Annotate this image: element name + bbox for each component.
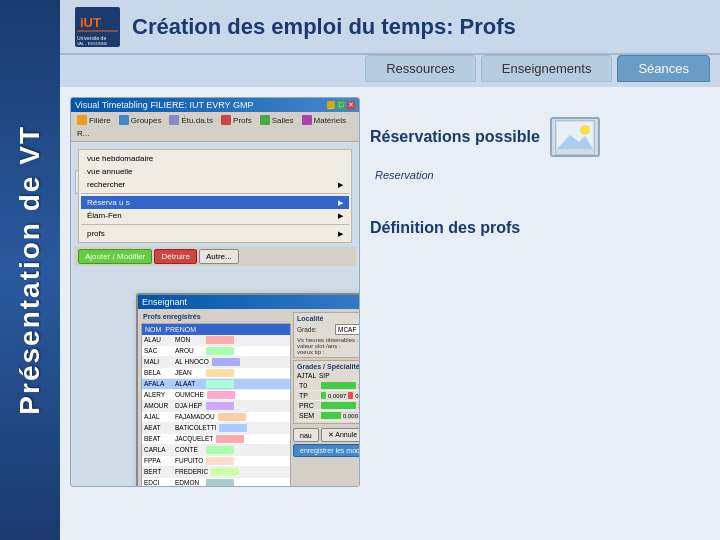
profs-table: NOM PRENOM ALAUMON SACAROU MALIAL HNOCO …: [141, 323, 291, 487]
maximize-btn[interactable]: □: [337, 101, 345, 109]
table-row[interactable]: ALERYOUMCHE: [142, 390, 290, 401]
localite-section: Localité Grade: Vs heures obtenables : v…: [293, 312, 360, 358]
toolbar-etudiants[interactable]: Étu.da.ts: [166, 114, 216, 126]
grade-val-t0-1: 1.0000: [358, 383, 360, 389]
other-button[interactable]: Autre...: [199, 249, 239, 264]
tab-seances[interactable]: Séances: [617, 55, 710, 82]
grade-cell-sem: SEM: [299, 412, 319, 419]
menu-arrow-icon: ▶: [338, 181, 343, 189]
toolbar-profs[interactable]: Profs: [218, 114, 255, 126]
toolbar-groupes[interactable]: Groupes: [116, 114, 165, 126]
dialog-titlebar: Enseignant _ □ ✕: [138, 295, 360, 309]
table-row[interactable]: AFALAALAAT: [142, 379, 290, 390]
menu-elam-fen-label: Élam-Fen: [87, 211, 122, 220]
grade-bar-tp-ajtal: [321, 392, 326, 399]
menu-rechercher[interactable]: rechercher ▶: [81, 178, 349, 191]
reservations-info: Réservations possible: [370, 117, 710, 157]
grade-cell-tp: TP: [299, 392, 319, 399]
menu-vue-hebdo[interactable]: vue hebdomadaire: [81, 152, 349, 165]
header: iUT Universite de VAL - ESSONNE Création…: [60, 0, 720, 55]
table-row[interactable]: EDCIEDMON: [142, 478, 290, 487]
svg-text:iUT: iUT: [80, 15, 101, 30]
grade-cell-t0: T0: [299, 382, 319, 389]
grade-row-tp: TP 0.0097 0.0000: [297, 391, 360, 401]
main-content: iUT Universite de VAL - ESSONNE Création…: [60, 0, 720, 540]
toolbar-salles[interactable]: Salles: [257, 114, 297, 126]
menu-reservations-label: Réserva u s: [87, 198, 130, 207]
left-banner-text: Présentation de VT: [14, 125, 46, 415]
menu-elam-fen[interactable]: Élam-Fen ▶: [81, 209, 349, 222]
screenshot-panel: Visual Timetabling FILIERE: IUT EVRY GMP…: [70, 97, 360, 487]
col-prenom: PRENOM: [165, 326, 196, 333]
content-area: Visual Timetabling FILIERE: IUT EVRY GMP…: [60, 87, 720, 517]
toolbar-more[interactable]: R...: [74, 128, 92, 139]
svg-text:VAL - ESSONNE: VAL - ESSONNE: [77, 41, 108, 46]
menu-vue-annuelle[interactable]: vue annuelle: [81, 165, 349, 178]
table-row[interactable]: CARLACONTE: [142, 445, 290, 456]
nau-btn[interactable]: nau: [293, 428, 319, 442]
table-row[interactable]: FPPAFUPUITO: [142, 456, 290, 467]
delete-button[interactable]: Détruire: [154, 249, 196, 264]
window-titlebar: Visual Timetabling FILIERE: IUT EVRY GMP…: [71, 98, 359, 112]
reservation-label-text: Reservation: [375, 165, 710, 183]
minimize-btn[interactable]: _: [327, 101, 335, 109]
enregistrer-btn[interactable]: enregistrer les modifs: [293, 444, 360, 457]
table-row[interactable]: MALIAL HNOCO: [142, 357, 290, 368]
voeux-note: voeux tip :: [297, 349, 360, 355]
context-menu: vue hebdomadaire vue annuelle rechercher…: [78, 149, 352, 243]
menu-reservations-arrow: ▶: [338, 199, 343, 207]
table-row[interactable]: BERTFREDERIC: [142, 467, 290, 478]
annule-btn[interactable]: ✕ Annule: [321, 428, 360, 442]
dialog-action-buttons: nau ✕ Annule vu qu.île (prof) enregistre…: [293, 428, 360, 457]
menu-rechercher-label: rechercher: [87, 180, 125, 189]
action-buttons: Ajouter / Modifier Détruire Autre...: [74, 247, 356, 266]
window-toolbar: Filière Groupes Étu.da.ts Profs Salles: [71, 112, 359, 142]
table-row[interactable]: AJALFAJAMADOU: [142, 412, 290, 423]
add-edit-button[interactable]: Ajouter / Modifier: [78, 249, 152, 264]
toolbar-materiels[interactable]: Matériels: [299, 114, 349, 126]
table-row[interactable]: AMOURDJA HEP: [142, 401, 290, 412]
tab-ressources[interactable]: Ressources: [365, 55, 476, 82]
table-row[interactable]: AEATBATICOLETTI: [142, 423, 290, 434]
menu-profs-arrow: ▶: [338, 230, 343, 238]
menu-profs[interactable]: profs ▶: [81, 227, 349, 240]
grade-cell-prc: PRC: [299, 402, 319, 409]
definition-text: Définition des profs: [370, 219, 520, 237]
logo-area: iUT Universite de VAL - ESSONNE: [75, 7, 120, 47]
table-row[interactable]: SACAROU: [142, 346, 290, 357]
profs-icon: [221, 115, 231, 125]
grades-section: Grades / Spécialités AJTAL SIP T0 1.0000: [293, 360, 360, 424]
profs-section-title: Profs enregistrés: [141, 312, 291, 321]
dialog-title: Enseignant: [142, 297, 187, 307]
grade-val-tp-2: 0.0000: [355, 393, 360, 399]
grade-bar-t0-ajtal: [321, 382, 356, 389]
table-row[interactable]: BEATJACQUELET: [142, 434, 290, 445]
toolbar-etudiants-label: Étu.da.ts: [181, 116, 213, 125]
reservation-image-icon: [555, 120, 595, 155]
group-icon: [119, 115, 129, 125]
nav-tabs: Ressources Enseignements Séances: [60, 55, 720, 87]
grade-label: Grade:: [297, 326, 332, 333]
table-row[interactable]: ALAUMON: [142, 335, 290, 346]
tab-enseignements[interactable]: Enseignements: [481, 55, 613, 82]
menu-reservations[interactable]: Réserva u s ▶: [81, 196, 349, 209]
definition-info: Définition des profs: [370, 219, 710, 237]
menu-elamfen-arrow: ▶: [338, 212, 343, 220]
col-sip: SIP: [319, 372, 329, 379]
grade-val-prc-1: 1.0000: [358, 403, 360, 409]
toolbar-groupes-label: Groupes: [131, 116, 162, 125]
toolbar-salles-label: Salles: [272, 116, 294, 125]
table-header: NOM PRENOM: [142, 324, 290, 335]
page-title: Création des emploi du temps: Profs: [132, 14, 705, 40]
window-title: Visual Timetabling FILIERE: IUT EVRY GMP: [75, 100, 253, 110]
grade-field: Grade:: [297, 324, 360, 335]
salles-icon: [260, 115, 270, 125]
dialog-right-panel: Localité Grade: Vs heures obtenables : v…: [293, 312, 360, 487]
grade-bar-prc-ajtal: [321, 402, 356, 409]
iut-logo-svg: iUT Universite de VAL - ESSONNE: [75, 7, 120, 47]
table-row[interactable]: BELAJEAN: [142, 368, 290, 379]
grade-input[interactable]: [335, 324, 360, 335]
close-btn[interactable]: ✕: [347, 101, 355, 109]
toolbar-filiere[interactable]: Filière: [74, 114, 114, 126]
toolbar-mat-label: Matériels: [314, 116, 346, 125]
